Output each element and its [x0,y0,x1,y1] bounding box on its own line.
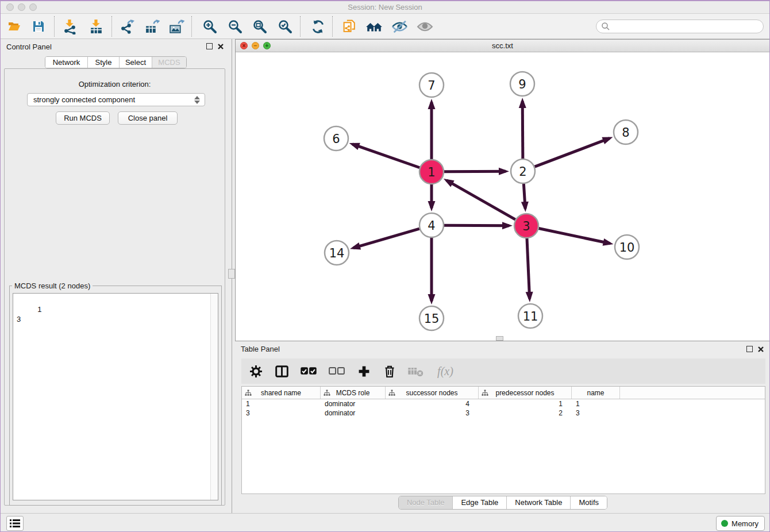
tab-network-table[interactable]: Network Table [506,496,570,509]
search-icon [601,22,610,31]
cell-predecessor-nodes[interactable]: 2 [479,408,572,418]
node-label-9: 9 [518,78,526,91]
cell-shared-name[interactable]: 3 [242,408,321,418]
column-header-predecessor-nodes[interactable]: predecessor nodes [479,387,572,399]
show-all-eye-icon[interactable] [413,16,436,37]
cell-predecessor-nodes[interactable]: 1 [479,399,572,408]
cell-shared-name[interactable]: 1 [242,399,321,408]
column-label: shared name [261,389,301,397]
network-title: scc.txt [236,40,769,52]
network-graph[interactable]: 1234678910111415 [236,52,769,341]
float-panel-icon[interactable] [206,43,213,49]
optimization-criterion-label: Optimization criterion: [5,80,225,88]
window-zoom-icon[interactable] [29,3,37,11]
edge-1-2[interactable] [444,171,506,172]
column-header-MCDS-role[interactable]: MCDS role [321,387,386,399]
window-minimize-icon[interactable] [18,3,25,11]
edge-3-11[interactable] [527,238,530,299]
settings-gear-icon[interactable] [247,363,264,379]
edge-2-9[interactable] [522,101,523,159]
network-window: × − + scc.txt 1234678910111415 [235,39,770,341]
criterion-select[interactable]: strongly connected component [27,93,205,106]
deselect-all-checkboxes-icon[interactable] [327,363,346,379]
column-label: successor nodes [406,389,457,397]
export-table-icon[interactable] [140,16,163,37]
cell-MCDS-role[interactable]: dominator [321,408,386,418]
table-header-row: shared nameMCDS rolesuccessor nodesprede… [242,387,765,399]
tab-motifs[interactable]: Motifs [570,496,607,509]
tab-select[interactable]: Select [119,57,152,68]
cell-successor-nodes[interactable]: 3 [386,408,479,418]
column-header-successor-nodes[interactable]: successor nodes [386,387,479,399]
select-stepper-icon [194,95,201,105]
frame-minimize-icon[interactable]: − [252,42,259,49]
cell-name[interactable]: 1 [572,399,620,408]
float-table-panel-icon[interactable] [746,346,753,352]
refresh-icon[interactable] [306,16,329,37]
zoom-out-icon[interactable] [224,16,247,37]
search-box[interactable] [596,20,764,33]
edge-3-10[interactable] [539,229,610,244]
select-all-checkboxes-icon[interactable] [299,363,318,379]
control-panel: Control Panel NetworkStyleSelectMCDS Opt… [1,39,229,513]
cell-successor-nodes[interactable]: 4 [386,399,479,408]
edge-4-14[interactable] [353,229,419,248]
run-mcds-button[interactable]: Run MCDS [56,111,110,125]
result-scrollbar[interactable] [210,294,218,500]
panel-splitter-handle[interactable] [228,269,235,279]
close-table-panel-icon[interactable] [757,346,764,353]
edge-2-8[interactable] [535,138,610,167]
tab-mcds[interactable]: MCDS [152,57,186,68]
edge-1-6[interactable] [352,144,419,168]
tab-edge-table[interactable]: Edge Table [452,496,506,509]
cell-MCDS-role[interactable]: dominator [321,399,386,408]
node-label-8: 8 [622,126,629,140]
tab-network[interactable]: Network [45,57,87,68]
edge-3-1[interactable] [446,180,515,219]
zoom-selected-icon[interactable] [274,16,297,37]
node-label-15: 15 [424,312,440,326]
save-session-icon[interactable] [27,16,50,37]
export-image-icon[interactable] [165,16,188,37]
network-window-titlebar[interactable]: × − + scc.txt [236,40,769,52]
mcds-result-text[interactable]: 1 3 [13,293,218,500]
add-column-icon[interactable] [355,363,372,379]
edge-2-3[interactable] [523,184,525,209]
tab-style[interactable]: Style [87,57,119,68]
home-view-icon[interactable] [363,16,386,37]
show-column-panel-icon[interactable] [273,363,290,379]
table-row[interactable]: 1dominator411 [242,399,765,408]
close-panel-icon[interactable] [217,43,224,50]
import-network-icon[interactable] [58,16,81,37]
hide-selected-eye-slash-icon[interactable] [388,16,411,37]
frame-maximize-icon[interactable]: + [263,42,271,49]
delete-table-icon[interactable] [407,363,424,379]
zoom-fit-icon[interactable] [248,16,271,37]
node-label-3: 3 [522,219,530,233]
close-panel-button[interactable]: Close panel [118,111,178,125]
frame-close-icon[interactable]: × [240,42,248,49]
table-panel-tabs: Node TableEdge TableNetwork TableMotifs [398,496,607,510]
export-network-icon[interactable] [116,16,138,37]
memory-button[interactable]: Memory [716,516,765,531]
function-builder-icon[interactable]: f(x) [433,363,458,379]
column-header-name[interactable]: name [572,387,620,399]
network-canvas[interactable]: 1234678910111415 [236,52,769,341]
open-session-icon[interactable] [3,16,26,37]
window-close-icon[interactable] [6,3,14,11]
task-history-list-icon[interactable] [6,516,24,531]
table-row[interactable]: 3dominator323 [242,408,765,418]
column-header-shared-name[interactable]: shared name [242,387,321,399]
delete-column-trash-icon[interactable] [381,363,398,379]
import-table-icon[interactable] [84,16,107,37]
node-label-11: 11 [523,310,538,323]
edge-4-3[interactable] [444,225,509,226]
tab-node-table[interactable]: Node Table [399,496,453,509]
cell-name[interactable]: 3 [572,408,620,418]
toolbar-separator [300,16,301,37]
clone-network-file-icon[interactable] [338,16,361,37]
canvas-splitter-handle[interactable] [496,336,503,341]
zoom-in-icon[interactable] [198,16,221,37]
mcds-tab-content: Optimization criterion: strongly connect… [4,68,225,506]
search-input[interactable] [613,22,763,30]
